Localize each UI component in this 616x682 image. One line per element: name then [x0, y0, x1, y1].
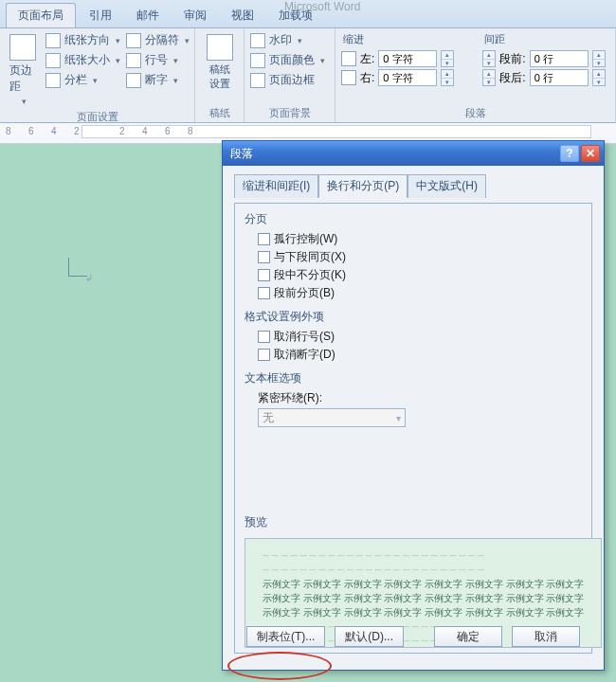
margins-icon	[9, 34, 36, 61]
tab-references[interactable]: 引用	[78, 4, 123, 27]
margins-button[interactable]: 页边距	[6, 32, 40, 108]
group-label-manuscript: 稿纸	[201, 104, 238, 120]
spacing-title: 间距	[482, 32, 605, 48]
indent-right-input[interactable]: 0 字符	[378, 69, 437, 86]
orientation-icon	[45, 33, 61, 48]
watermark-button[interactable]: 水印	[250, 32, 325, 48]
spacing-before-input[interactable]: 0 行	[530, 50, 589, 67]
app-title: Microsoft Word	[284, 0, 360, 13]
watermark-icon	[250, 33, 265, 48]
group-label-paragraph: 段落	[341, 104, 609, 120]
spacing-after-input[interactable]: 0 行	[530, 69, 589, 86]
paragraph-dialog: 段落 ? ✕ 缩进和间距(I) 换行和分页(P) 中文版式(H) 分页 孤行控制…	[222, 140, 605, 671]
ok-button[interactable]: 确定	[434, 626, 502, 647]
spacing-after-stepper[interactable]: ▴▾	[592, 69, 606, 86]
hyphenation-icon	[126, 73, 141, 88]
legend-pagination: 分页	[245, 211, 267, 227]
page-color-icon	[250, 53, 265, 68]
dialog-panel: 分页 孤行控制(W) 与下段同页(X) 段中不分页(K) 段前分页(B) 格式设…	[234, 203, 592, 654]
fieldset-textbox-options: 文本框选项 紧密环绕(R): 无 ▾	[245, 370, 582, 429]
size-icon	[45, 53, 61, 68]
margins-label: 页边距	[9, 63, 36, 95]
size-button[interactable]: 纸张大小	[45, 52, 120, 68]
group-page-setup: 页边距 纸张方向 纸张大小 分栏 分隔符	[0, 28, 195, 122]
page-borders-icon	[250, 73, 265, 88]
checkbox-widow-control[interactable]	[258, 233, 270, 245]
dialog-tab-asian[interactable]: 中文版式(H)	[408, 174, 486, 198]
legend-format-exceptions: 格式设置例外项	[245, 309, 324, 325]
dialog-titlebar[interactable]: 段落 ? ✕	[223, 141, 604, 166]
fieldset-formatting-exceptions: 格式设置例外项 取消行号(S) 取消断字(D)	[245, 309, 582, 365]
spacing-after-label: 段后:	[499, 70, 525, 86]
group-manuscript: 稿纸设置 稿纸	[195, 28, 245, 122]
help-button[interactable]: ?	[560, 145, 579, 162]
indent-left-stepper[interactable]: ▴▾	[441, 50, 454, 67]
tab-review[interactable]: 审阅	[172, 4, 218, 27]
default-button[interactable]: 默认(D)...	[335, 626, 404, 647]
line-numbers-icon	[126, 53, 141, 68]
hyphenation-button[interactable]: 断字	[126, 72, 190, 88]
dialog-tabs: 缩进和间距(I) 换行和分页(P) 中文版式(H)	[234, 173, 592, 197]
indent-right-label: 右:	[360, 70, 374, 86]
manuscript-button[interactable]: 稿纸设置	[201, 32, 238, 93]
tabs-button[interactable]: 制表位(T)...	[246, 626, 325, 647]
indent-left-input[interactable]: 0 字符	[378, 50, 437, 67]
manuscript-icon	[207, 34, 233, 61]
close-button[interactable]: ✕	[581, 145, 600, 162]
checkbox-keep-with-next[interactable]	[258, 251, 270, 263]
spacing-after-stepper-icon: ▴▾	[482, 69, 496, 86]
dialog-tab-line-page-breaks[interactable]: 换行和分页(P)	[318, 174, 408, 198]
group-paragraph: 缩进 左: 0 字符 ▴▾ 右: 0 字符 ▴▾ 间距 ▴▾	[335, 28, 616, 122]
tab-page-layout[interactable]: 页面布局	[6, 3, 76, 27]
page-corner-mark	[68, 258, 87, 277]
fieldset-pagination: 分页 孤行控制(W) 与下段同页(X) 段中不分页(K) 段前分页(B)	[245, 211, 582, 303]
dialog-tab-indents[interactable]: 缩进和间距(I)	[234, 174, 318, 198]
columns-icon	[45, 73, 61, 88]
indent-left-icon	[341, 51, 356, 66]
dialog-buttons: 制表位(T)... 默认(D)... 确定 取消	[235, 626, 591, 647]
legend-preview: 预览	[245, 514, 267, 530]
page-color-button[interactable]: 页面颜色	[250, 52, 325, 68]
tab-mailings[interactable]: 邮件	[125, 4, 171, 27]
group-label-page-bg: 页面背景	[250, 104, 329, 120]
checkbox-page-break-before[interactable]	[258, 287, 270, 299]
group-page-background: 水印 页面颜色 页面边框 页面背景	[245, 28, 335, 122]
dialog-title: 段落	[230, 146, 253, 162]
legend-textbox-options: 文本框选项	[245, 370, 301, 386]
indent-right-icon	[341, 70, 356, 85]
checkbox-suppress-line-numbers[interactable]	[258, 331, 270, 343]
ribbon: 页边距 纸张方向 纸张大小 分栏 分隔符	[0, 28, 616, 123]
indent-right-stepper[interactable]: ▴▾	[441, 69, 454, 86]
orientation-button[interactable]: 纸张方向	[45, 32, 120, 48]
cancel-button[interactable]: 取消	[512, 626, 580, 647]
tight-wrap-label: 紧密环绕(R):	[258, 390, 582, 406]
indent-title: 缩进	[341, 32, 454, 48]
breaks-button[interactable]: 分隔符	[126, 32, 190, 48]
paragraph-mark: ↲	[85, 273, 93, 283]
spacing-before-stepper[interactable]: ▴▾	[592, 50, 606, 67]
group-label-page-setup: 页面设置	[6, 108, 189, 124]
tab-view[interactable]: 视图	[220, 4, 265, 27]
breaks-icon	[126, 33, 141, 48]
indent-left-label: 左:	[360, 51, 374, 67]
spacing-before-label: 段前:	[499, 51, 525, 67]
line-numbers-button[interactable]: 行号	[126, 52, 190, 68]
page-borders-button[interactable]: 页面边框	[250, 72, 325, 88]
checkbox-keep-lines-together[interactable]	[258, 269, 270, 281]
spacing-before-stepper-icon: ▴▾	[482, 50, 496, 67]
columns-button[interactable]: 分栏	[45, 72, 120, 88]
tight-wrap-select[interactable]: 无 ▾	[258, 408, 406, 427]
chevron-down-icon: ▾	[396, 413, 401, 423]
checkbox-dont-hyphenate[interactable]	[258, 349, 270, 361]
